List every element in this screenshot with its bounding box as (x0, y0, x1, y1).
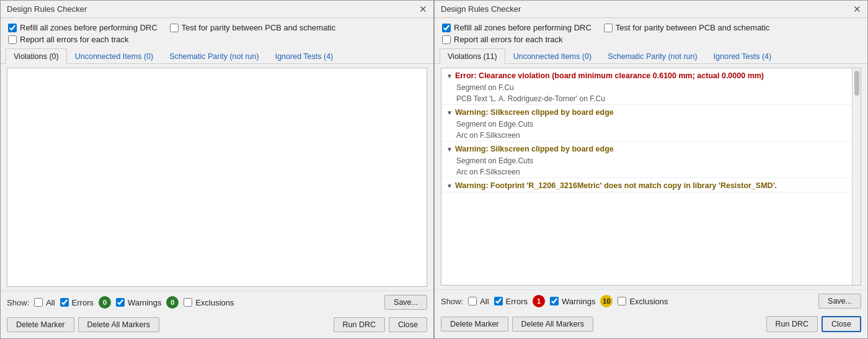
errors-checkbox-label-1[interactable]: Errors (60, 298, 94, 307)
tabs-bar-1: Violations (0) Unconnected Items (0) Sch… (1, 48, 433, 64)
close-button-1[interactable]: Close (389, 317, 427, 332)
violation-header-2[interactable]: ▼ Warning: Silkscreen clipped by board e… (441, 142, 852, 155)
violation-group-0: ▼ Error: Clearance violation (board mini… (441, 68, 852, 105)
refill-zones-checkbox-2[interactable] (442, 24, 451, 32)
refill-zones-label-2[interactable]: Refill all zones before performing DRC (442, 23, 591, 32)
tab-unconnected-2[interactable]: Unconnected Items (0) (505, 48, 600, 64)
delete-marker-button-2[interactable]: Delete Marker (441, 317, 508, 332)
errors-badge-2: 1 (533, 295, 545, 307)
scrollbar-thumb-2 (854, 71, 859, 96)
dialog-1: Design Rules Checker ✕ Refill all zones … (0, 0, 434, 339)
warnings-checkbox-2[interactable] (550, 297, 559, 305)
exclusions-checkbox-1[interactable] (184, 298, 192, 307)
report-errors-label-1[interactable]: Report all errors for each track (8, 35, 129, 44)
delete-marker-button-1[interactable]: Delete Marker (7, 317, 74, 332)
save-button-2[interactable]: Save... (818, 294, 861, 309)
errors-checkbox-2[interactable] (494, 297, 503, 305)
close-icon-2[interactable]: ✕ (853, 4, 861, 14)
report-errors-label-2[interactable]: Report all errors for each track (442, 35, 563, 44)
errors-checkbox-label-2[interactable]: Errors (494, 297, 528, 306)
tab-ignored-2[interactable]: Ignored Tests (4) (706, 48, 780, 64)
test-parity-label-1[interactable]: Test for parity between PCB and schemati… (170, 23, 336, 32)
dialog-2: Design Rules Checker ✕ Refill all zones … (434, 0, 868, 339)
option-row-4: Report all errors for each track (442, 35, 860, 44)
tab-unconnected-1[interactable]: Unconnected Items (0) (67, 48, 161, 64)
violation-title-1: Warning: Silkscreen clipped by board edg… (455, 108, 614, 117)
exclusions-checkbox-label-1[interactable]: Exclusions (184, 298, 234, 307)
test-parity-checkbox-1[interactable] (170, 24, 179, 32)
tab-schematic-1[interactable]: Schematic Parity (not run) (161, 48, 267, 64)
title-bar-1: Design Rules Checker ✕ (1, 1, 433, 18)
exclusions-checkbox-label-2[interactable]: Exclusions (618, 297, 668, 306)
violation-child-1-0: Segment on Edge.Cuts (441, 119, 852, 130)
show-bar-2: Show: All Errors 1 Warnings 10 Exclusion… (435, 289, 867, 312)
test-parity-checkbox-2[interactable] (604, 24, 613, 32)
run-drc-button-2[interactable]: Run DRC (766, 316, 818, 332)
violation-child-0-1: PCB Text 'L. A. Rodriguez-de-Torner' on … (441, 93, 852, 104)
tab-ignored-1[interactable]: Ignored Tests (4) (267, 48, 342, 64)
action-bar-1: Delete Marker Delete All Markers Run DRC… (1, 314, 433, 338)
violation-title-3: Warning: Footprint 'R_1206_3216Metric' d… (455, 181, 777, 190)
refill-zones-checkbox-1[interactable] (8, 24, 17, 32)
warnings-checkbox-label-2[interactable]: Warnings (550, 297, 595, 306)
action-bar-left-1: Delete Marker Delete All Markers (7, 317, 159, 332)
dialog-2-title: Design Rules Checker (441, 4, 521, 14)
show-label-1: Show: (7, 298, 29, 307)
violation-child-0-0: Segment on F.Cu (441, 82, 852, 93)
violation-child-1-1: Arc on F.Silkscreen (441, 130, 852, 141)
save-button-1[interactable]: Save... (384, 295, 427, 310)
chevron-icon-0: ▼ (446, 73, 453, 79)
show-bar-1: Show: All Errors 0 Warnings 0 Exclusions… (1, 291, 433, 314)
action-bar-right-1: Run DRC Close (334, 317, 427, 332)
option-row-1: Refill all zones before performing DRC T… (8, 23, 426, 32)
violation-title-2: Warning: Silkscreen clipped by board edg… (455, 145, 614, 153)
warnings-checkbox-label-1[interactable]: Warnings (116, 298, 161, 307)
chevron-icon-3: ▼ (446, 183, 453, 189)
refill-zones-label-1[interactable]: Refill all zones before performing DRC (8, 23, 157, 32)
action-bar-left-2: Delete Marker Delete All Markers (441, 317, 593, 332)
test-parity-label-2[interactable]: Test for parity between PCB and schemati… (604, 23, 770, 32)
delete-all-markers-button-1[interactable]: Delete All Markers (78, 317, 159, 332)
errors-badge-1: 0 (99, 296, 111, 309)
violation-group-3: ▼ Warning: Footprint 'R_1206_3216Metric'… (441, 178, 852, 192)
scrollbar-2[interactable] (852, 68, 861, 285)
tabs-bar-2: Violations (11) Unconnected Items (0) Sc… (435, 48, 867, 64)
tab-violations-1[interactable]: Violations (0) (6, 48, 67, 64)
warnings-badge-2: 10 (600, 295, 613, 307)
violation-group-2: ▼ Warning: Silkscreen clipped by board e… (441, 142, 852, 178)
warnings-checkbox-1[interactable] (116, 298, 125, 307)
exclusions-checkbox-2[interactable] (618, 297, 626, 305)
title-bar-2: Design Rules Checker ✕ (435, 1, 867, 18)
options-panel-1: Refill all zones before performing DRC T… (1, 18, 433, 48)
violations-panel-1 (7, 68, 427, 287)
run-drc-button-1[interactable]: Run DRC (334, 317, 386, 332)
warnings-badge-1: 0 (166, 296, 179, 309)
dialog-1-title: Design Rules Checker (7, 4, 87, 14)
all-checkbox-label-1[interactable]: All (34, 298, 55, 307)
options-panel-2: Refill all zones before performing DRC T… (435, 18, 867, 48)
report-errors-checkbox-2[interactable] (442, 35, 451, 44)
close-icon-1[interactable]: ✕ (419, 4, 427, 14)
report-errors-checkbox-1[interactable] (8, 35, 17, 44)
delete-all-markers-button-2[interactable]: Delete All Markers (512, 317, 593, 332)
all-checkbox-label-2[interactable]: All (468, 297, 489, 306)
violation-header-0[interactable]: ▼ Error: Clearance violation (board mini… (441, 68, 852, 82)
violation-child-2-0: Segment on Edge.Cuts (441, 155, 852, 166)
action-bar-2: Delete Marker Delete All Markers Run DRC… (435, 312, 867, 338)
all-checkbox-1[interactable] (34, 298, 43, 307)
errors-checkbox-1[interactable] (60, 298, 69, 307)
option-row-3: Refill all zones before performing DRC T… (442, 23, 860, 32)
show-label-2: Show: (441, 297, 463, 306)
tab-schematic-2[interactable]: Schematic Parity (not run) (600, 48, 706, 64)
violation-group-1: ▼ Warning: Silkscreen clipped by board e… (441, 105, 852, 142)
chevron-icon-2: ▼ (446, 146, 453, 153)
tab-violations-2[interactable]: Violations (11) (440, 48, 505, 64)
violation-header-1[interactable]: ▼ Warning: Silkscreen clipped by board e… (441, 105, 852, 119)
violations-list-2: ▼ Error: Clearance violation (board mini… (441, 68, 852, 285)
violations-panel-2[interactable]: ▼ Error: Clearance violation (board mini… (441, 68, 861, 286)
violation-header-3[interactable]: ▼ Warning: Footprint 'R_1206_3216Metric'… (441, 178, 852, 192)
all-checkbox-2[interactable] (468, 297, 477, 305)
action-bar-right-2: Run DRC Close (766, 316, 861, 332)
violation-title-0: Error: Clearance violation (board minimu… (455, 71, 764, 80)
close-button-2[interactable]: Close (822, 316, 861, 332)
